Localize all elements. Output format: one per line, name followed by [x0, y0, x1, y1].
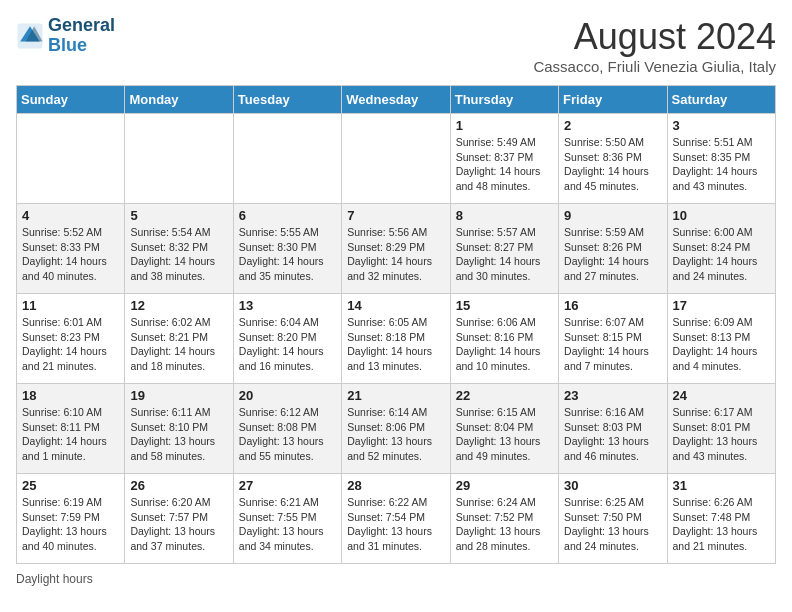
day-info: Sunrise: 6:10 AMSunset: 8:11 PMDaylight:… [22, 405, 119, 464]
calendar-cell: 19Sunrise: 6:11 AMSunset: 8:10 PMDayligh… [125, 384, 233, 474]
day-info: Sunrise: 6:26 AMSunset: 7:48 PMDaylight:… [673, 495, 770, 554]
day-info: Sunrise: 6:14 AMSunset: 8:06 PMDaylight:… [347, 405, 444, 464]
calendar-cell: 11Sunrise: 6:01 AMSunset: 8:23 PMDayligh… [17, 294, 125, 384]
day-number: 2 [564, 118, 661, 133]
calendar-cell: 26Sunrise: 6:20 AMSunset: 7:57 PMDayligh… [125, 474, 233, 564]
day-info: Sunrise: 6:06 AMSunset: 8:16 PMDaylight:… [456, 315, 553, 374]
day-number: 8 [456, 208, 553, 223]
day-info: Sunrise: 6:02 AMSunset: 8:21 PMDaylight:… [130, 315, 227, 374]
day-number: 25 [22, 478, 119, 493]
month-title: August 2024 [533, 16, 776, 58]
calendar-cell: 12Sunrise: 6:02 AMSunset: 8:21 PMDayligh… [125, 294, 233, 384]
calendar-cell: 10Sunrise: 6:00 AMSunset: 8:24 PMDayligh… [667, 204, 775, 294]
day-number: 29 [456, 478, 553, 493]
day-number: 15 [456, 298, 553, 313]
day-info: Sunrise: 5:50 AMSunset: 8:36 PMDaylight:… [564, 135, 661, 194]
day-number: 23 [564, 388, 661, 403]
day-number: 26 [130, 478, 227, 493]
day-info: Sunrise: 6:16 AMSunset: 8:03 PMDaylight:… [564, 405, 661, 464]
day-info: Sunrise: 6:15 AMSunset: 8:04 PMDaylight:… [456, 405, 553, 464]
legend: Daylight hours [16, 572, 776, 586]
calendar-cell [17, 114, 125, 204]
calendar-table: SundayMondayTuesdayWednesdayThursdayFrid… [16, 85, 776, 564]
logo-icon [16, 22, 44, 50]
day-info: Sunrise: 5:54 AMSunset: 8:32 PMDaylight:… [130, 225, 227, 284]
calendar-cell: 2Sunrise: 5:50 AMSunset: 8:36 PMDaylight… [559, 114, 667, 204]
calendar-day-header: Thursday [450, 86, 558, 114]
page-header: General Blue August 2024 Cassacco, Friul… [16, 16, 776, 75]
calendar-day-header: Saturday [667, 86, 775, 114]
day-number: 4 [22, 208, 119, 223]
day-number: 28 [347, 478, 444, 493]
calendar-day-header: Friday [559, 86, 667, 114]
day-number: 12 [130, 298, 227, 313]
day-info: Sunrise: 6:04 AMSunset: 8:20 PMDaylight:… [239, 315, 336, 374]
calendar-cell: 9Sunrise: 5:59 AMSunset: 8:26 PMDaylight… [559, 204, 667, 294]
day-number: 7 [347, 208, 444, 223]
title-block: August 2024 Cassacco, Friuli Venezia Giu… [533, 16, 776, 75]
calendar-cell: 13Sunrise: 6:04 AMSunset: 8:20 PMDayligh… [233, 294, 341, 384]
calendar-cell: 23Sunrise: 6:16 AMSunset: 8:03 PMDayligh… [559, 384, 667, 474]
calendar-cell: 1Sunrise: 5:49 AMSunset: 8:37 PMDaylight… [450, 114, 558, 204]
day-number: 21 [347, 388, 444, 403]
day-number: 22 [456, 388, 553, 403]
calendar-week-row: 25Sunrise: 6:19 AMSunset: 7:59 PMDayligh… [17, 474, 776, 564]
day-info: Sunrise: 5:56 AMSunset: 8:29 PMDaylight:… [347, 225, 444, 284]
day-number: 6 [239, 208, 336, 223]
day-number: 19 [130, 388, 227, 403]
day-info: Sunrise: 6:19 AMSunset: 7:59 PMDaylight:… [22, 495, 119, 554]
calendar-cell: 5Sunrise: 5:54 AMSunset: 8:32 PMDaylight… [125, 204, 233, 294]
day-info: Sunrise: 6:17 AMSunset: 8:01 PMDaylight:… [673, 405, 770, 464]
logo: General Blue [16, 16, 115, 56]
day-info: Sunrise: 6:01 AMSunset: 8:23 PMDaylight:… [22, 315, 119, 374]
day-info: Sunrise: 5:49 AMSunset: 8:37 PMDaylight:… [456, 135, 553, 194]
day-info: Sunrise: 5:55 AMSunset: 8:30 PMDaylight:… [239, 225, 336, 284]
calendar-cell: 3Sunrise: 5:51 AMSunset: 8:35 PMDaylight… [667, 114, 775, 204]
calendar-cell: 29Sunrise: 6:24 AMSunset: 7:52 PMDayligh… [450, 474, 558, 564]
day-number: 17 [673, 298, 770, 313]
day-info: Sunrise: 5:59 AMSunset: 8:26 PMDaylight:… [564, 225, 661, 284]
calendar-day-header: Wednesday [342, 86, 450, 114]
logo-line1: General [48, 16, 115, 36]
calendar-cell: 25Sunrise: 6:19 AMSunset: 7:59 PMDayligh… [17, 474, 125, 564]
day-number: 11 [22, 298, 119, 313]
calendar-week-row: 18Sunrise: 6:10 AMSunset: 8:11 PMDayligh… [17, 384, 776, 474]
day-info: Sunrise: 5:57 AMSunset: 8:27 PMDaylight:… [456, 225, 553, 284]
day-info: Sunrise: 6:25 AMSunset: 7:50 PMDaylight:… [564, 495, 661, 554]
day-number: 31 [673, 478, 770, 493]
logo-line2: Blue [48, 35, 87, 55]
day-info: Sunrise: 6:00 AMSunset: 8:24 PMDaylight:… [673, 225, 770, 284]
calendar-day-header: Sunday [17, 86, 125, 114]
day-info: Sunrise: 6:07 AMSunset: 8:15 PMDaylight:… [564, 315, 661, 374]
day-number: 20 [239, 388, 336, 403]
calendar-day-header: Monday [125, 86, 233, 114]
location-subtitle: Cassacco, Friuli Venezia Giulia, Italy [533, 58, 776, 75]
calendar-cell: 27Sunrise: 6:21 AMSunset: 7:55 PMDayligh… [233, 474, 341, 564]
day-info: Sunrise: 6:24 AMSunset: 7:52 PMDaylight:… [456, 495, 553, 554]
day-number: 18 [22, 388, 119, 403]
day-number: 24 [673, 388, 770, 403]
day-info: Sunrise: 6:05 AMSunset: 8:18 PMDaylight:… [347, 315, 444, 374]
day-info: Sunrise: 5:51 AMSunset: 8:35 PMDaylight:… [673, 135, 770, 194]
calendar-cell: 30Sunrise: 6:25 AMSunset: 7:50 PMDayligh… [559, 474, 667, 564]
calendar-header-row: SundayMondayTuesdayWednesdayThursdayFrid… [17, 86, 776, 114]
day-info: Sunrise: 6:21 AMSunset: 7:55 PMDaylight:… [239, 495, 336, 554]
calendar-cell [342, 114, 450, 204]
day-number: 1 [456, 118, 553, 133]
calendar-cell: 6Sunrise: 5:55 AMSunset: 8:30 PMDaylight… [233, 204, 341, 294]
calendar-cell: 18Sunrise: 6:10 AMSunset: 8:11 PMDayligh… [17, 384, 125, 474]
calendar-cell: 22Sunrise: 6:15 AMSunset: 8:04 PMDayligh… [450, 384, 558, 474]
calendar-cell: 20Sunrise: 6:12 AMSunset: 8:08 PMDayligh… [233, 384, 341, 474]
calendar-cell [125, 114, 233, 204]
calendar-cell [233, 114, 341, 204]
calendar-cell: 15Sunrise: 6:06 AMSunset: 8:16 PMDayligh… [450, 294, 558, 384]
day-number: 3 [673, 118, 770, 133]
calendar-week-row: 11Sunrise: 6:01 AMSunset: 8:23 PMDayligh… [17, 294, 776, 384]
calendar-cell: 24Sunrise: 6:17 AMSunset: 8:01 PMDayligh… [667, 384, 775, 474]
day-number: 9 [564, 208, 661, 223]
calendar-cell: 7Sunrise: 5:56 AMSunset: 8:29 PMDaylight… [342, 204, 450, 294]
day-info: Sunrise: 6:20 AMSunset: 7:57 PMDaylight:… [130, 495, 227, 554]
legend-label: Daylight hours [16, 572, 93, 586]
day-info: Sunrise: 5:52 AMSunset: 8:33 PMDaylight:… [22, 225, 119, 284]
day-number: 30 [564, 478, 661, 493]
